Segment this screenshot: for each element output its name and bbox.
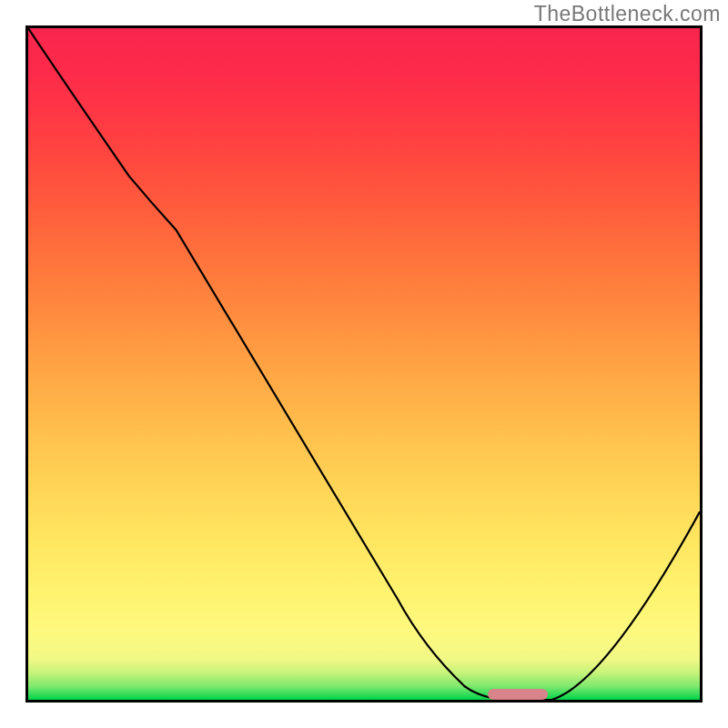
curve-path xyxy=(28,28,700,700)
chart-container: TheBottleneck.com xyxy=(0,0,728,728)
bottleneck-curve xyxy=(28,28,700,700)
optimal-range-marker xyxy=(488,689,548,700)
plot-frame xyxy=(25,25,703,703)
watermark-text: TheBottleneck.com xyxy=(534,2,721,26)
